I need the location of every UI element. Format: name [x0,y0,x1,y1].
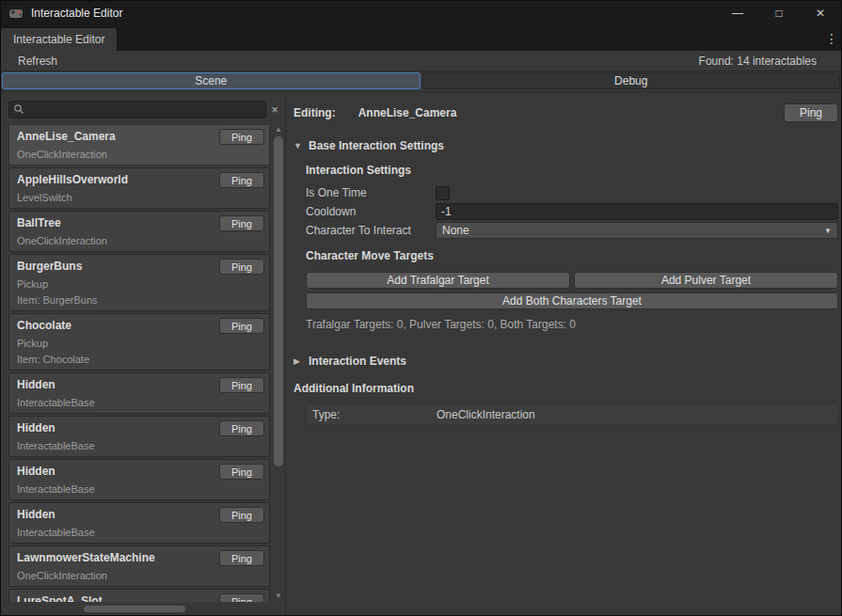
type-label: Type: [312,408,437,421]
list-item[interactable]: HiddenPingInteractableBase [8,502,270,544]
ping-button[interactable]: Ping [219,593,264,602]
ping-button[interactable]: Ping [784,103,838,122]
vertical-scrollbar-thumb[interactable] [274,136,283,466]
scroll-up-icon[interactable]: ▲ [272,124,285,135]
horizontal-scrollbar-thumb[interactable] [84,606,185,612]
character-dropdown-value: None [442,224,469,237]
item-subtitle: Item: BurgerBuns [17,293,264,307]
foldout-open-icon: ▼ [294,141,303,150]
item-subtitle: OneClickInteraction [17,569,264,582]
interaction-settings-header: Interaction Settings [306,164,838,180]
ping-button[interactable]: Ping [219,129,264,145]
ping-button[interactable]: Ping [219,172,264,188]
character-dropdown[interactable]: None ▼ [436,222,838,239]
tab-debug[interactable]: Debug [422,72,841,89]
item-subtitle: LevelSwitch [17,191,264,204]
item-title: Hidden [17,421,56,435]
search-row: × [8,98,285,120]
editor-tabstrip: Interactable Editor ⋮ [1,25,841,51]
scroll-down-icon[interactable]: ▼ [272,591,285,602]
item-title: BallTree [17,216,61,230]
add-target-buttons-row: Add Trafalgar Target Add Pulver Target [306,272,838,289]
character-to-interact-label: Character To Interact [306,224,436,237]
list-item[interactable]: HiddenPingInteractableBase [8,459,270,500]
cooldown-field[interactable] [436,203,838,220]
foldout-interaction-events[interactable]: ▶ Interaction Events [294,353,838,370]
item-title: Hidden [17,465,56,479]
list-item[interactable]: AppleHillsOverworldPingLevelSwitch [8,167,270,209]
search-field [8,101,266,118]
interaction-events-header: Interaction Events [309,355,406,368]
kebab-menu-icon[interactable]: ⋮ [822,31,841,46]
item-subtitle: InteractableBase [17,482,264,496]
search-input[interactable] [28,102,262,118]
item-subtitle: InteractableBase [17,526,264,539]
list-item[interactable]: ChocolatePingPickupItem: Chocolate [8,313,270,371]
ping-button[interactable]: Ping [219,215,264,231]
cooldown-row: Cooldown [306,202,838,221]
is-one-time-label: Is One Time [306,186,436,199]
horizontal-scrollbar[interactable] [8,604,270,614]
window-title: Interactable Editor [31,7,122,20]
item-subtitle: OneClickInteraction [17,234,264,247]
editing-row: Editing: AnneLise_Camera Ping [294,103,838,122]
item-title: AnneLise_Camera [17,130,116,144]
ping-button[interactable]: Ping [219,550,264,566]
found-count-label: Found: 14 interactables [699,55,841,68]
foldout-base-interaction-settings[interactable]: ▼ Base Interaction Settings [294,137,838,154]
minimize-button[interactable]: — [717,1,758,25]
add-both-characters-target-button[interactable]: Add Both Characters Target [306,292,838,309]
search-clear-button[interactable]: × [266,103,283,117]
refresh-button[interactable]: Refresh [8,51,67,71]
ping-button[interactable]: Ping [219,420,264,436]
type-row: Type: OneClickInteraction [306,404,838,425]
interactable-editor-window: Interactable Editor — □ ✕ Interactable E… [0,0,842,616]
ping-button[interactable]: Ping [219,464,264,480]
foldout-closed-icon: ▶ [294,356,303,366]
list-row: AnneLise_CameraPingOneClickInteractionAp… [8,124,285,602]
list-item[interactable]: BallTreePingOneClickInteraction [8,211,270,252]
close-button[interactable]: ✕ [800,1,841,25]
is-one-time-row: Is One Time [306,183,838,202]
list-item[interactable]: HiddenPingInteractableBase [8,372,270,414]
ping-button[interactable]: Ping [219,377,264,393]
inspector-panel: Editing: AnneLise_Camera Ping ▼ Base Int… [285,92,841,615]
list-item[interactable]: BurgerBunsPingPickupItem: BurgerBuns [8,254,270,311]
list-item[interactable]: LawnmowerStateMachinePingOneClickInterac… [8,545,270,587]
cooldown-label: Cooldown [306,205,436,218]
item-subtitle: Pickup [17,337,264,350]
item-title: BurgerBuns [17,260,82,274]
tab-interactable-editor[interactable]: Interactable Editor [1,28,117,51]
add-trafalgar-target-button[interactable]: Add Trafalgar Target [306,272,570,289]
maximize-button[interactable]: □ [758,1,800,25]
character-to-interact-row: Character To Interact None ▼ [306,221,838,240]
additional-information-header: Additional Information [294,382,838,398]
editing-label: Editing: [294,106,336,119]
dropdown-arrow-icon: ▼ [824,227,832,235]
item-title: Hidden [17,378,56,392]
app-icon [8,6,24,21]
editing-value: AnneLise_Camera [358,106,457,119]
ping-button[interactable]: Ping [219,259,264,275]
item-subtitle: InteractableBase [17,396,264,409]
item-subtitle: OneClickInteraction [17,148,264,161]
targets-summary: Trafalgar Targets: 0, Pulver Targets: 0,… [306,318,838,333]
window-controls: — □ ✕ [717,1,841,25]
window-titlebar: Interactable Editor — □ ✕ [1,1,841,25]
item-subtitle: Item: Chocolate [17,353,264,366]
item-subtitle: InteractableBase [17,439,264,452]
list-item[interactable]: LureSpotA_SlotPing [8,589,270,602]
tab-scene[interactable]: Scene [2,72,421,89]
item-title: Chocolate [17,319,71,333]
list-item[interactable]: AnneLise_CameraPingOneClickInteraction [8,124,270,166]
interactable-list: AnneLise_CameraPingOneClickInteractionAp… [8,124,270,602]
ping-button[interactable]: Ping [219,507,264,523]
base-settings-body: Interaction Settings Is One Time Cooldow… [306,161,838,333]
search-icon [13,103,24,115]
is-one-time-checkbox[interactable] [436,186,450,200]
add-pulver-target-button[interactable]: Add Pulver Target [574,272,838,289]
list-item[interactable]: HiddenPingInteractableBase [8,416,270,457]
vertical-scrollbar[interactable]: ▲ ▼ [272,124,285,602]
ping-button[interactable]: Ping [219,318,264,334]
item-subtitle: Pickup [17,277,264,291]
